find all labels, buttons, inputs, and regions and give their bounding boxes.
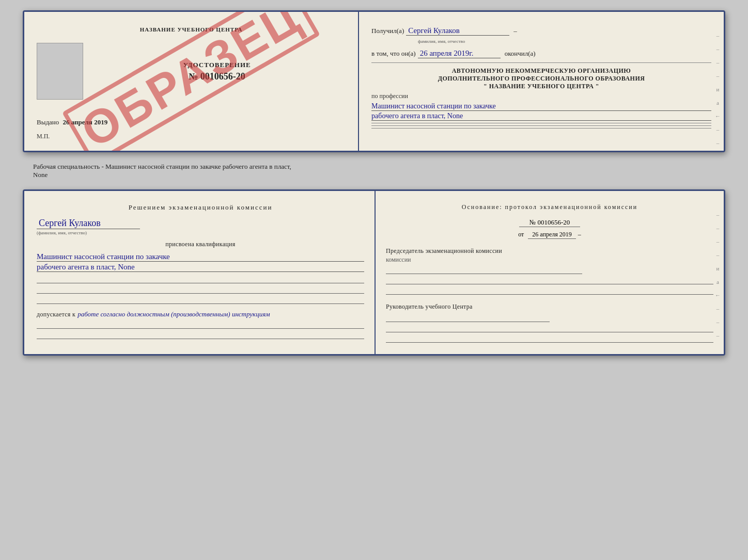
rukovoditel-label: Руководитель учебного Центра [386, 303, 713, 311]
familiya-hint: фамилия, имя, отчество [418, 39, 711, 44]
document-1: НАЗВАНИЕ УЧЕБНОГО ЦЕНТРА ОБРАЗЕЦ УДОСТОВ… [23, 10, 725, 152]
resheniem-label: Решением экзаменационной комиссии [37, 203, 364, 212]
blank-r1 [386, 277, 713, 284]
blank-field-3 [37, 297, 364, 304]
profession-line2: рабочего агента в пласт, None [371, 112, 711, 121]
side-dashes-right2: – – – – и а ← – – – [715, 212, 721, 333]
dopuskaetsya-block: допускается к работе согласно должностны… [37, 309, 364, 318]
familiya-hint-2: (фамилия, имя, отчество) [37, 230, 364, 235]
left-title: НАЗВАНИЕ УЧЕБНОГО ЦЕНТРА [37, 26, 346, 33]
blank-field-2 [37, 286, 364, 294]
right-page-2: – – – – и а ← – – – Основание: протокол … [376, 191, 724, 354]
vtom-line: в том, что он(а) 26 апреля 2019г. окончи… [371, 49, 711, 58]
udostoverenie-number: № 0010656-20 [189, 71, 245, 82]
prisvoena-label: присвоена квалификация [37, 241, 364, 248]
qualification-line1: Машинист насосной станции по закачке [37, 252, 364, 262]
rukovoditel-sign-field [386, 315, 550, 322]
bottom-info: Рабочая специальность - Машинист насосно… [23, 161, 725, 181]
dash1: – [513, 27, 517, 35]
poluchil-line: Получил(а) Сергей Кулаков – [371, 26, 711, 36]
bottom-text-line2: None [33, 171, 48, 179]
vtom-label: в том, что он(а) [371, 50, 416, 58]
document-2: Решением экзаменационной комиссии Сергей… [23, 189, 725, 356]
vydano-date: 26 апреля 2019 [63, 118, 108, 126]
udostoverenie-block: УДОСТОВЕРЕНИЕ № 0010656-20 [37, 43, 346, 100]
mp-line: М.П. [37, 133, 346, 140]
komissia-label-2: комиссии [386, 256, 713, 264]
dopuskaetsya-text: работе согласно должностным (производств… [77, 310, 270, 318]
dopuskaetsya-label: допускается к [37, 311, 75, 318]
photo-placeholder [37, 43, 83, 100]
vtom-date: 26 апреля 2019г. [418, 49, 501, 58]
section-line3: " НАЗВАНИЕ УЧЕБНОГО ЦЕНТРА " [371, 83, 711, 90]
side-dashes-right1: – – – – и а ← – – – [715, 33, 721, 130]
left-page-1: НАЗВАНИЕ УЧЕБНОГО ЦЕНТРА ОБРАЗЕЦ УДОСТОВ… [24, 12, 359, 151]
protocol-number: № 0010656-20 [519, 218, 580, 227]
udostoverenie-title: УДОСТОВЕРЕНИЕ [183, 61, 251, 69]
protocol-number-block: № 0010656-20 [386, 217, 713, 227]
qualification-line2: рабочего агента в пласт, None [37, 263, 364, 272]
poluchil-label: Получил(а) [371, 27, 404, 35]
ot-date: 26 апреля 2019 [528, 231, 575, 239]
udostoverenie-text: УДОСТОВЕРЕНИЕ № 0010656-20 [88, 43, 346, 100]
po-professii: по профессии [371, 92, 711, 100]
blank-field-5 [37, 332, 364, 339]
right-page-1: – – – – и а ← – – – Получил(а) Сергей Ку… [359, 12, 724, 151]
name-handwritten: Сергей Кулаков [37, 218, 140, 229]
bottom-text-line1: Рабочая специальность - Машинист насосно… [33, 163, 291, 170]
vydano-line: Выдано 26 апреля 2019 [37, 118, 346, 126]
poluchil-name: Сергей Кулаков [406, 26, 509, 36]
ot-label: от [518, 231, 524, 238]
profession-line1: Машинист насосной станции по закачке [371, 102, 711, 111]
left-page-2: Решением экзаменационной комиссии Сергей… [24, 191, 376, 354]
blank-r3 [386, 325, 713, 332]
section-line1: АВТОНОМНУЮ НЕКОММЕРЧЕСКУЮ ОРГАНИЗАЦИЮ [371, 67, 711, 75]
blank-field-4 [37, 322, 364, 329]
vydano-label: Выдано [37, 118, 59, 126]
predsedatel-label: Председатель экзаменационной комиссии [386, 247, 713, 255]
blank-r4 [386, 335, 713, 343]
section-ano: АВТОНОМНУЮ НЕКОММЕРЧЕСКУЮ ОРГАНИЗАЦИЮ ДО… [371, 67, 711, 90]
blank-field-1 [37, 276, 364, 283]
po-professii-label: по профессии [371, 92, 408, 100]
okonchil-label: окончил(а) [505, 50, 536, 58]
ot-date-block: от 26 апреля 2019 – [386, 229, 713, 239]
section-line2: ДОПОЛНИТЕЛЬНОГО ПРОФЕССИОНАЛЬНОГО ОБРАЗО… [371, 75, 711, 83]
osnovanie-label: Основание: протокол экзаменационной коми… [386, 203, 713, 211]
blank-r2 [386, 287, 713, 295]
name-handwritten-block: Сергей Кулаков [37, 218, 364, 229]
predsedatel-sign-field [386, 267, 582, 274]
